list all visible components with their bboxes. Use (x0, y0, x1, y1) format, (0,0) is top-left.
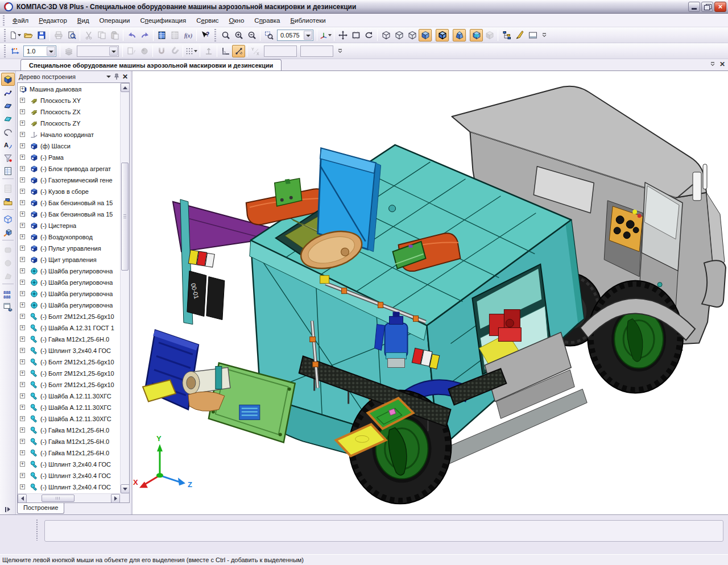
tree-expand-icon[interactable]: + (20, 371, 25, 376)
compact-panel-expander[interactable] (2, 506, 14, 513)
tree-item[interactable]: +(-) Шплинт 3,2х40.4 ГОС (18, 470, 120, 481)
menu-item-3[interactable]: Операции (94, 15, 135, 26)
zoom-out-button[interactable] (245, 29, 258, 41)
tree-item[interactable]: +(-) Шайба А.12.11.30ХГС (18, 390, 120, 402)
tree-expand-icon[interactable]: + (20, 98, 25, 103)
orientation-button[interactable] (319, 29, 332, 41)
tree-item[interactable]: +(-) Шайба регулировочна (18, 288, 120, 300)
minimize-button[interactable] (688, 2, 700, 12)
tree-expand-icon[interactable]: + (20, 86, 25, 92)
tree-expand-icon[interactable]: + (20, 234, 25, 239)
scroll-up-button[interactable] (121, 83, 130, 92)
tree-item[interactable]: +(-) Шайба А.12.31 ГОСТ 1 (18, 322, 120, 334)
print-preview-button[interactable] (65, 29, 78, 41)
scroll-down-button[interactable] (121, 484, 130, 493)
menu-item-5[interactable]: Сервис (191, 15, 224, 26)
tree-item[interactable]: +(-) Щит управления (18, 254, 120, 265)
tree-item[interactable]: +(-) Газотермический гене (18, 175, 120, 186)
tree-expand-icon[interactable]: + (20, 121, 25, 126)
redo-button[interactable] (138, 29, 151, 41)
tree-expand-icon[interactable]: + (20, 132, 25, 137)
tree-item[interactable]: +(-) Пульт управления (18, 243, 120, 254)
tree-item[interactable]: +Начало координат (18, 129, 120, 140)
undo-button[interactable] (125, 29, 138, 41)
layer-combo[interactable] (77, 45, 119, 57)
library-button[interactable] (1, 195, 15, 208)
tree-item[interactable]: +(-) Шайба А.12.11.30ХГС (18, 413, 120, 425)
tree-expand-icon[interactable]: + (20, 336, 25, 342)
surfaces-button[interactable] (1, 99, 15, 112)
tree-expand-icon[interactable]: + (20, 359, 25, 364)
hidden-lines-thin-button[interactable] (406, 29, 419, 41)
toolbar-grip[interactable] (3, 29, 6, 41)
document-tab[interactable]: Специальное оборудование машины аэрозоль… (20, 59, 282, 70)
tree-expand-icon[interactable]: + (20, 484, 25, 489)
tab-construction[interactable]: Построение (17, 503, 64, 514)
menu-item-1[interactable]: Редактор (34, 15, 72, 26)
tree-expand-icon[interactable]: + (20, 462, 25, 467)
tree-item[interactable]: +(-) Гайка М12х1,25-6Н.0 (18, 334, 120, 345)
tree-vertical-scrollbar[interactable] (120, 83, 129, 493)
filters-button[interactable] (1, 151, 15, 164)
tree-expand-icon[interactable]: + (20, 257, 25, 262)
tree-item[interactable]: +(-) Шплинт 3,2х40.4 ГОС (18, 345, 120, 356)
tree-expand-icon[interactable]: + (20, 189, 25, 194)
tree-item[interactable]: +(-) Болт 2М12х1,25-6gх10 (18, 368, 120, 379)
save-button[interactable] (35, 29, 48, 41)
tree-item[interactable]: +(-) Шайба регулировочна (18, 265, 120, 277)
repaint-button[interactable] (513, 29, 526, 41)
horizontal-scroll-thumb[interactable] (42, 495, 75, 502)
tree-item[interactable]: +(-) Шайба регулировочна (18, 277, 120, 288)
toolbar-grip[interactable] (214, 29, 217, 41)
tree-expand-icon[interactable]: + (20, 155, 25, 160)
spiral-button[interactable] (1, 125, 15, 138)
rotate-view-button[interactable] (362, 29, 375, 41)
tree-expand-icon[interactable]: + (20, 450, 25, 455)
tree-item[interactable]: +(-) Бак бензиновый на 15 (18, 197, 120, 209)
tree-item[interactable]: +(-) Блок привода агрегат (18, 163, 120, 175)
tree-expand-icon[interactable]: + (20, 177, 25, 182)
scale-combo[interactable]: 0.0575 (277, 30, 313, 41)
tree-expand-icon[interactable]: + (20, 382, 25, 387)
simplified-display-button[interactable] (470, 29, 483, 41)
tree-expand-icon[interactable]: + (20, 280, 25, 285)
open-document-button[interactable] (22, 29, 35, 41)
vertical-scroll-thumb[interactable] (121, 163, 129, 271)
tree-expand-icon[interactable]: + (20, 223, 25, 228)
toolbar-grip[interactable] (3, 45, 6, 57)
menu-item-0[interactable]: Файл (7, 15, 34, 26)
tree-expand-icon[interactable]: + (20, 291, 25, 296)
menu-item-2[interactable]: Вид (72, 15, 94, 26)
menu-item-8[interactable]: Библиотеки (285, 15, 330, 26)
tree-expand-icon[interactable]: + (20, 416, 25, 421)
tree-item[interactable]: +(-) Гайка М12х1,25-6Н.0 (18, 436, 120, 447)
shaded-with-edges-button[interactable] (436, 29, 449, 41)
zoom-in-button[interactable] (232, 29, 245, 41)
variables-button[interactable] (181, 29, 195, 41)
tree-expand-icon[interactable]: + (20, 405, 25, 410)
tree-item-root[interactable]: +Машина дымовая (18, 84, 120, 95)
tree-expand-icon[interactable]: + (20, 109, 25, 114)
tree-expand-icon[interactable]: + (20, 348, 25, 353)
macro-button[interactable] (1, 287, 15, 300)
tree-item[interactable]: +Плоскость ZY (18, 118, 120, 129)
tree-item[interactable]: +Плоскость XY (18, 95, 120, 106)
spatial-curves-button[interactable] (1, 86, 15, 99)
wireframe-button[interactable] (379, 29, 392, 41)
coord-x-field[interactable] (300, 45, 333, 57)
snaps-button[interactable] (232, 45, 245, 57)
tree-horizontal-scrollbar[interactable] (18, 493, 120, 502)
model-tree-toggle-button[interactable] (500, 29, 513, 41)
tree-expand-icon[interactable]: + (20, 439, 25, 444)
tree-expand-icon[interactable]: + (20, 143, 25, 148)
auxiliary-geometry-button[interactable] (1, 112, 15, 125)
tree-expand-icon[interactable]: + (20, 473, 25, 478)
component-window-button[interactable] (1, 300, 15, 313)
hidden-lines-button[interactable] (392, 29, 406, 41)
perspective-button[interactable] (453, 29, 466, 41)
tree-item[interactable]: +(-) Гайка М12х1,25-6Н.0 (18, 425, 120, 436)
model-front-right-wheel[interactable] (588, 281, 683, 393)
tree-expand-icon[interactable]: + (20, 166, 25, 171)
tree-item[interactable]: +(-) Гайка М12х1,25-6Н.0 (18, 447, 120, 459)
property-bar-grip[interactable] (36, 520, 39, 541)
